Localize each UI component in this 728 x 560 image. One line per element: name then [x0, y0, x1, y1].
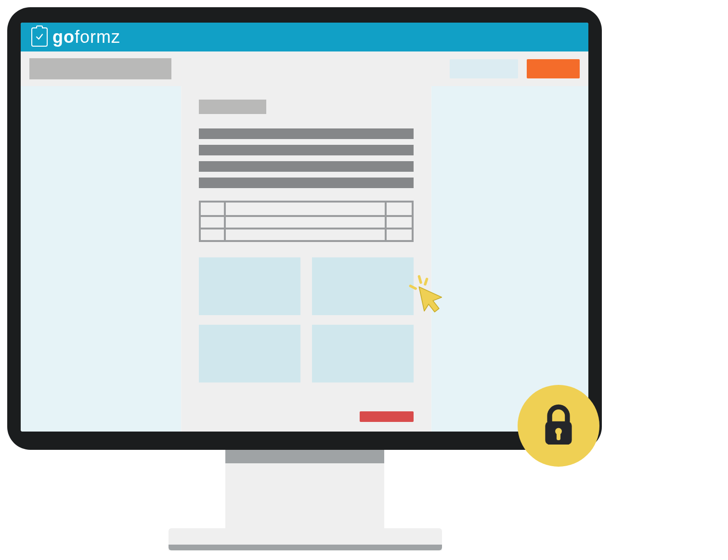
table-row — [201, 215, 412, 228]
table-cell[interactable] — [387, 229, 412, 240]
brand-logo[interactable]: goformz — [31, 27, 120, 47]
table-cell[interactable] — [201, 229, 226, 240]
brand-name: goformz — [52, 27, 120, 47]
lock-icon — [541, 404, 576, 448]
brand-name-bold: go — [52, 27, 75, 47]
workspace — [21, 86, 588, 432]
monitor-stand-base — [169, 528, 442, 550]
monitor-stand-neck — [225, 449, 384, 531]
form-title-placeholder — [199, 100, 266, 114]
form-action-button[interactable] — [360, 411, 414, 422]
app-screen: goformz — [21, 23, 588, 432]
svg-rect-5 — [557, 433, 560, 440]
table-cell[interactable] — [387, 203, 412, 215]
form-panel[interactable] — [199, 257, 300, 315]
form-panel[interactable] — [199, 325, 300, 382]
form-table[interactable] — [199, 201, 414, 242]
search-input[interactable] — [450, 59, 518, 78]
toolbar-title-placeholder — [29, 58, 171, 79]
table-row — [201, 228, 412, 240]
form-panel[interactable] — [312, 325, 414, 382]
table-row — [201, 203, 412, 215]
lock-badge — [518, 385, 599, 467]
form-panel[interactable] — [312, 257, 414, 315]
primary-action-button[interactable] — [527, 59, 580, 78]
form-field-line[interactable] — [199, 178, 414, 188]
table-cell[interactable] — [226, 203, 387, 215]
app-toolbar — [21, 51, 588, 86]
app-header: goformz — [21, 23, 588, 51]
table-cell[interactable] — [201, 217, 226, 228]
table-cell[interactable] — [226, 229, 387, 240]
brand-name-light: formz — [75, 27, 120, 47]
table-cell[interactable] — [226, 217, 387, 228]
table-cell[interactable] — [387, 217, 412, 228]
form-field-line[interactable] — [199, 145, 414, 155]
form-field-line[interactable] — [199, 128, 414, 139]
form-field-line[interactable] — [199, 161, 414, 172]
monitor-bezel: goformz — [7, 7, 602, 450]
clipboard-check-icon — [31, 27, 48, 47]
form-document[interactable] — [181, 86, 431, 432]
table-cell[interactable] — [201, 203, 226, 215]
